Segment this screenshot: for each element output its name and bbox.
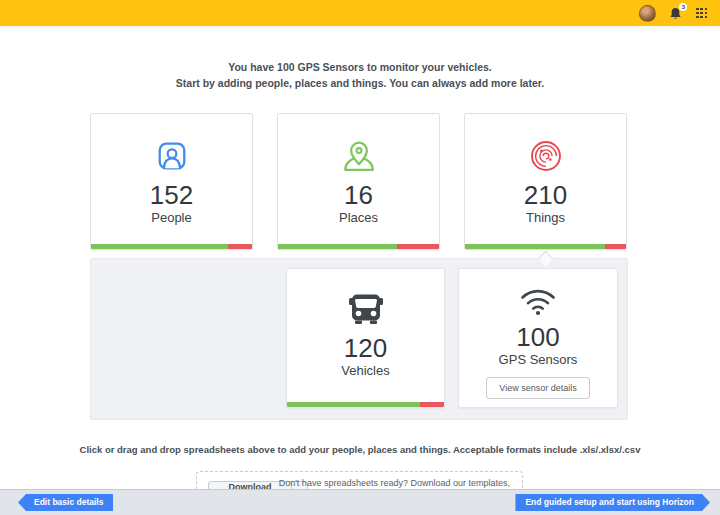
vehicles-progress-bar bbox=[287, 402, 444, 407]
intro-text: You have 100 GPS Sensors to monitor your… bbox=[0, 59, 720, 91]
places-progress-bar bbox=[278, 244, 439, 249]
things-card[interactable]: 210 Things bbox=[464, 113, 627, 250]
gps-sensors-count: 100 bbox=[516, 323, 559, 351]
things-label: Things bbox=[526, 210, 565, 225]
vehicles-count: 120 bbox=[344, 334, 387, 362]
panel-notch-caret bbox=[538, 251, 554, 267]
wifi-icon bbox=[518, 285, 558, 317]
radar-spiral-icon bbox=[529, 138, 563, 174]
edit-basic-details-button[interactable]: Edit basic details bbox=[18, 494, 113, 511]
gps-sensors-label: GPS Sensors bbox=[499, 352, 578, 367]
top-bar: 3 bbox=[0, 0, 720, 26]
vehicles-label: Vehicles bbox=[341, 363, 389, 378]
end-guided-setup-button[interactable]: End guided setup and start using Horizon bbox=[515, 494, 710, 511]
people-progress-bar bbox=[91, 244, 252, 249]
van-icon bbox=[346, 287, 386, 327]
map-pin-icon bbox=[340, 138, 378, 174]
upload-note: Click or drag and drop spreadsheets abov… bbox=[0, 444, 720, 455]
people-label: People bbox=[151, 210, 191, 225]
notification-badge: 3 bbox=[679, 3, 687, 11]
templates-prompt: Don't have spreadsheets ready? Download … bbox=[279, 478, 510, 488]
notifications-bell-icon[interactable]: 3 bbox=[669, 6, 683, 20]
things-progress-bar bbox=[465, 244, 626, 249]
apps-grid-icon[interactable] bbox=[696, 8, 707, 19]
places-label: Places bbox=[339, 210, 378, 225]
places-card[interactable]: 16 Places bbox=[277, 113, 440, 250]
things-count: 210 bbox=[524, 181, 567, 209]
people-card[interactable]: 152 People bbox=[90, 113, 253, 250]
vehicles-card[interactable]: 120 Vehicles bbox=[286, 268, 445, 408]
intro-line-1: You have 100 GPS Sensors to monitor your… bbox=[0, 59, 720, 75]
intro-line-2: Start by adding people, places and thing… bbox=[0, 75, 720, 91]
footer-bar: Edit basic details End guided setup and … bbox=[0, 489, 720, 515]
view-sensor-details-button[interactable]: View sensor details bbox=[486, 377, 589, 399]
user-avatar[interactable] bbox=[639, 5, 656, 22]
person-badge-icon bbox=[155, 138, 189, 174]
people-count: 152 bbox=[150, 181, 193, 209]
gps-sensors-card: 100 GPS Sensors View sensor details bbox=[458, 268, 618, 408]
places-count: 16 bbox=[344, 181, 373, 209]
